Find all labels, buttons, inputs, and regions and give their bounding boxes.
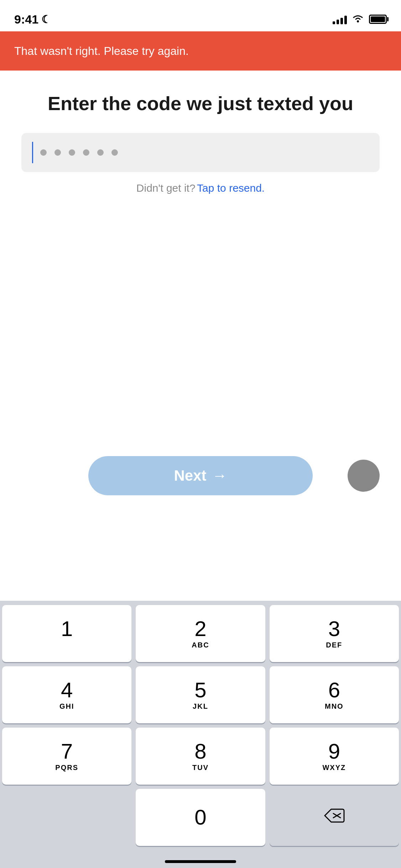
key-5-letters: JKL: [193, 702, 208, 711]
key-7-number: 7: [61, 741, 73, 762]
code-dot-4: [83, 149, 89, 156]
error-banner: That wasn't right. Please try again.: [0, 31, 401, 71]
status-time: 9:41 ☾: [14, 12, 51, 26]
key-9[interactable]: 9 WXYZ: [270, 728, 399, 785]
key-9-letters: WXYZ: [322, 764, 346, 772]
key-1-letters: [66, 641, 68, 649]
delete-icon: [323, 807, 345, 828]
signal-bar-3: [340, 18, 343, 24]
key-2-letters: ABC: [192, 641, 209, 649]
dots-container: [40, 149, 118, 156]
error-message: That wasn't right. Please try again.: [14, 45, 189, 58]
resend-container: Didn't get it? Tap to resend.: [136, 182, 265, 194]
code-dot-3: [69, 149, 75, 156]
battery-fill: [371, 16, 385, 22]
key-1-number: 1: [61, 618, 73, 640]
circle-button[interactable]: [348, 460, 380, 492]
time-display: 9:41: [14, 12, 38, 26]
key-4-letters: GHI: [59, 702, 74, 711]
signal-bar-4: [344, 16, 347, 24]
signal-bar-2: [337, 20, 339, 24]
code-input[interactable]: [21, 133, 380, 172]
key-4[interactable]: 4 GHI: [2, 666, 131, 723]
key-9-number: 9: [328, 741, 340, 762]
main-content: Enter the code we just texted you Didn't…: [0, 71, 401, 194]
key-8-letters: TUV: [192, 764, 209, 772]
key-0[interactable]: 0: [136, 789, 265, 846]
resend-static-text: Didn't get it?: [136, 182, 196, 194]
key-6-letters: MNO: [325, 702, 344, 711]
code-dot-5: [97, 149, 104, 156]
key-4-number: 4: [61, 680, 73, 701]
keyboard-row-3: 7 PQRS 8 TUV 9 WXYZ: [2, 728, 399, 785]
signal-bar-1: [333, 21, 335, 24]
key-2-number: 2: [194, 618, 206, 640]
keyboard-row-2: 4 GHI 5 JKL 6 MNO: [2, 666, 399, 723]
key-6[interactable]: 6 MNO: [270, 666, 399, 723]
battery-icon: [369, 15, 387, 24]
key-0-number: 0: [194, 807, 206, 828]
next-button-area: Next →: [0, 456, 401, 495]
status-bar: 9:41 ☾: [0, 0, 401, 31]
signal-icon: [333, 14, 347, 24]
home-indicator: [165, 860, 236, 863]
moon-icon: ☾: [41, 13, 51, 26]
keyboard-row-4: 0: [2, 789, 399, 846]
key-empty: [2, 789, 131, 846]
next-arrow-icon: →: [212, 467, 227, 484]
key-5[interactable]: 5 JKL: [136, 666, 265, 723]
key-5-number: 5: [194, 680, 206, 701]
status-icons: [333, 14, 387, 25]
next-button-label: Next: [174, 467, 206, 484]
key-1[interactable]: 1: [2, 605, 131, 662]
code-dot-2: [54, 149, 61, 156]
code-dot-6: [111, 149, 118, 156]
svg-point-0: [357, 20, 359, 22]
key-7[interactable]: 7 PQRS: [2, 728, 131, 785]
key-2[interactable]: 2 ABC: [136, 605, 265, 662]
key-3[interactable]: 3 DEF: [270, 605, 399, 662]
cursor-line: [32, 142, 33, 163]
page-title: Enter the code we just texted you: [48, 92, 353, 115]
key-6-number: 6: [328, 680, 340, 701]
key-3-number: 3: [328, 618, 340, 640]
keyboard-row-1: 1 2 ABC 3 DEF: [2, 605, 399, 662]
code-dot-1: [40, 149, 47, 156]
keyboard: 1 2 ABC 3 DEF 4 GHI 5 JKL 6 MNO 7 PQRS: [0, 601, 401, 868]
key-7-letters: PQRS: [55, 764, 78, 772]
resend-link[interactable]: Tap to resend.: [197, 182, 265, 194]
next-button[interactable]: Next →: [88, 456, 313, 495]
key-8[interactable]: 8 TUV: [136, 728, 265, 785]
key-8-number: 8: [194, 741, 206, 762]
wifi-icon: [352, 14, 364, 25]
key-delete[interactable]: [270, 789, 399, 846]
key-3-letters: DEF: [326, 641, 342, 649]
